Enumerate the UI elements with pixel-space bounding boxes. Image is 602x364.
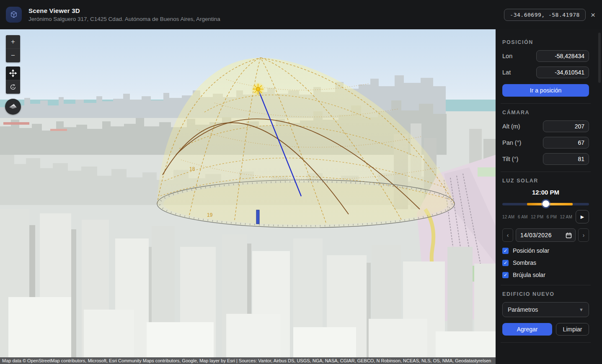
tick-label: 6 PM: [547, 215, 557, 219]
alt-input[interactable]: [543, 120, 589, 132]
tick-label: 12 AM: [560, 215, 572, 219]
settings-sidebar: POSICIÓN Lon Lat Ir a posición CÁMARA Al…: [496, 29, 602, 364]
building-action-buttons: Agregar Limpiar: [502, 323, 589, 336]
time-of-day-slider[interactable]: [502, 201, 589, 208]
play-animation-button[interactable]: ▶: [576, 210, 589, 223]
title-block: Scene Viewer 3D Jerónimo Salguero 317, C…: [28, 7, 504, 22]
tick-label: 6 AM: [518, 215, 528, 219]
lon-input[interactable]: [536, 50, 589, 62]
page-title: Scene Viewer 3D: [28, 7, 504, 14]
lat-field-row: Lat: [502, 67, 589, 78]
pan-input[interactable]: [543, 137, 589, 149]
date-picker-row: ‹ ›: [502, 228, 589, 242]
chevron-down-icon: ▼: [579, 307, 584, 312]
slider-tick-row: 12 AM 6 AM 12 PM 6 PM 12 AM ▶: [502, 210, 589, 223]
rotate-tool-button[interactable]: [6, 80, 20, 94]
pointer-coordinates-badge: -34.60699, -58.41978: [504, 9, 586, 21]
parameters-dropdown[interactable]: Parámetros ▼: [502, 302, 589, 317]
date-field[interactable]: [516, 228, 576, 242]
checkbox-checked[interactable]: ✓: [502, 272, 509, 278]
compass-button[interactable]: [5, 99, 21, 115]
section-divider: [501, 103, 591, 104]
scene-viewer-app: Scene Viewer 3D Jerónimo Salguero 317, C…: [0, 0, 602, 364]
checkbox-row-shadows[interactable]: ✓ Sombras: [502, 259, 589, 266]
navigation-tool-group: [6, 67, 20, 94]
next-day-button[interactable]: ›: [578, 228, 589, 242]
slider-thumb[interactable]: [543, 200, 549, 207]
lat-label: Lat: [502, 69, 511, 76]
tick-label: 12 AM: [502, 215, 514, 219]
map-3d-scene[interactable]: 18 19: [0, 29, 496, 358]
pan-label: Pan (°): [502, 139, 521, 146]
dropdown-selected-value: Parámetros: [508, 306, 538, 313]
pan-tool-button[interactable]: [6, 67, 20, 80]
tilt-field-row: Tilt (°): [502, 153, 589, 165]
sidebar-scrollbar[interactable]: [598, 33, 601, 83]
map-attribution: Map data © OpenStreetMap contributors, M…: [0, 357, 496, 364]
tick-label: 12 PM: [531, 215, 543, 219]
checkbox-label: Sombras: [513, 259, 536, 266]
map-3d-viewport[interactable]: 18 19: [0, 29, 496, 364]
checkbox-row-solar-position[interactable]: ✓ Posición solar: [502, 247, 589, 254]
pan-icon: [9, 69, 17, 77]
calendar-icon[interactable]: [566, 232, 572, 238]
go-to-position-button[interactable]: Ir a posición: [502, 84, 589, 97]
checkbox-row-solar-compass[interactable]: ✓ Brújula solar: [502, 272, 589, 278]
play-icon: ▶: [581, 214, 584, 220]
checkbox-checked[interactable]: ✓: [502, 248, 509, 254]
pan-field-row: Pan (°): [502, 137, 589, 149]
dome-hour-label-19: 19: [207, 212, 213, 218]
rotate-icon: [9, 83, 17, 91]
tilt-label: Tilt (°): [502, 156, 518, 162]
checkbox-label: Posición solar: [513, 247, 549, 254]
address-subtitle: Jerónimo Salguero 317, C1425 Cdad. Autón…: [28, 16, 504, 22]
compass-needle-icon: [8, 101, 18, 112]
section-divider: [501, 342, 591, 343]
date-input[interactable]: [520, 232, 566, 238]
zoom-tool-group: + −: [6, 35, 20, 62]
lon-label: Lon: [502, 53, 512, 59]
sun-time-value: 12:00 PM: [502, 189, 589, 196]
close-icon[interactable]: ×: [591, 11, 595, 19]
app-logo: [6, 7, 22, 23]
header-bar: Scene Viewer 3D Jerónimo Salguero 317, C…: [0, 0, 602, 29]
zoom-out-button[interactable]: −: [6, 49, 20, 62]
dome-hour-label-18: 18: [189, 166, 195, 172]
lat-input[interactable]: [536, 67, 589, 78]
clear-building-button[interactable]: Limpiar: [556, 323, 589, 336]
slider-daylight-range: [527, 203, 573, 205]
camera-section-title: CÁMARA: [502, 110, 589, 115]
section-divider: [501, 285, 591, 285]
lon-field-row: Lon: [502, 50, 589, 62]
tilt-input[interactable]: [543, 153, 589, 165]
alt-label: Alt (m): [502, 123, 520, 130]
cube-3d-icon: [8, 9, 19, 20]
position-section-title: POSICIÓN: [502, 39, 589, 45]
checkbox-checked[interactable]: ✓: [502, 260, 509, 266]
section-divider: [501, 172, 591, 172]
sunlight-section-title: LUZ SOLAR: [502, 178, 589, 184]
add-building-button[interactable]: Agregar: [502, 323, 552, 336]
alt-field-row: Alt (m): [502, 120, 589, 132]
slider-tick-labels: 12 AM 6 AM 12 PM 6 PM 12 AM: [502, 215, 572, 219]
previous-day-button[interactable]: ‹: [502, 228, 513, 242]
map-tools: + −: [6, 35, 21, 115]
new-building-section-title: EDIFICIO NUEVO: [502, 291, 589, 297]
observer-building-marker[interactable]: [256, 210, 259, 224]
checkbox-label: Brújula solar: [513, 272, 545, 278]
zoom-in-button[interactable]: +: [6, 35, 20, 49]
